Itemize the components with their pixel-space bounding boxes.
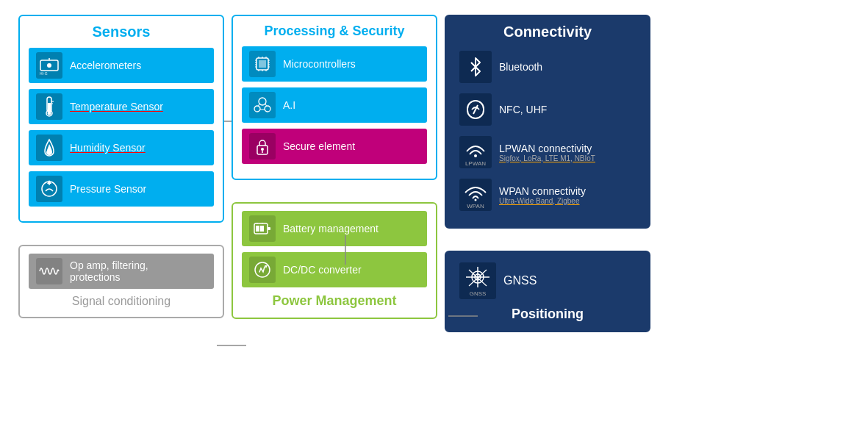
lpwan-sub: Sigfox, LoRa, LTE M1, NBIoT: [499, 154, 595, 162]
ai-item: A.I: [242, 87, 427, 123]
battery-item: Battery management: [242, 211, 427, 246]
signal-icon: [36, 258, 62, 284]
accelerometers-label: Accelerometers: [70, 60, 141, 71]
sensors-title: Sensors: [29, 24, 214, 40]
gnss-icon: GNSS: [459, 262, 496, 299]
svg-rect-44: [268, 227, 270, 230]
power-title: Power Management: [242, 293, 427, 309]
wpan-main: WPAN connectivity: [499, 185, 586, 197]
secure-element-label: Secure element: [283, 140, 355, 152]
svg-rect-46: [260, 226, 264, 232]
connectivity-box: Connectivity Bluetooth: [445, 15, 650, 229]
pressure-item: Pressure Sensor: [29, 171, 214, 207]
lpwan-item: LPWAN LPWAN connectivity Sigfox, LoRa, L…: [455, 133, 640, 171]
accelerometer-icon: HI-G: [36, 52, 62, 79]
nfc-label: NFC, UHF: [499, 104, 547, 115]
left-column: Sensors HI-G Accelerometers: [18, 15, 217, 415]
humidity-icon: [36, 135, 62, 161]
battery-label: Battery management: [283, 223, 379, 234]
svg-point-53: [474, 154, 477, 157]
svg-line-52: [473, 105, 478, 114]
right-column: Connectivity Bluetooth: [445, 15, 650, 415]
dcdc-item: DC/DC converter: [242, 252, 427, 287]
pressure-icon: [36, 176, 62, 202]
middle-column: Processing & Security: [232, 15, 430, 415]
svg-point-41: [261, 148, 264, 151]
bluetooth-item: Bluetooth: [455, 48, 640, 86]
lpwan-label-text: LPWAN: [465, 160, 486, 167]
nfc-text: NFC, UHF: [499, 104, 547, 115]
secure-icon: [249, 133, 276, 160]
processing-title: Processing & Security: [242, 24, 427, 39]
svg-point-36: [265, 106, 270, 112]
accelerometers-item: HI-G Accelerometers: [29, 48, 214, 83]
ai-label: A.I: [283, 99, 295, 111]
diagram-container: Sensors HI-G Accelerometers: [0, 0, 868, 430]
temperature-item: Temperature Sensor: [29, 89, 214, 124]
connectivity-title: Connectivity: [455, 24, 640, 40]
svg-point-12: [48, 112, 51, 115]
humidity-item: Humidity Sensor: [29, 130, 214, 165]
wpan-text: WPAN connectivity Ultra-Wide Band, Zigbe…: [499, 185, 586, 205]
lpwan-icon: LPWAN: [459, 136, 492, 168]
signal-item: Op amp, filtering,protections: [29, 254, 214, 289]
svg-point-54: [475, 198, 477, 201]
dcdc-icon: [249, 257, 276, 283]
nfc-icon: [459, 93, 492, 126]
microcontrollers-item: Microcontrollers: [242, 46, 427, 82]
bluetooth-label: Bluetooth: [499, 61, 542, 73]
microcontrollers-label: Microcontrollers: [283, 58, 356, 70]
battery-icon: [249, 215, 276, 242]
wpan-label-text: WPAN: [467, 203, 484, 209]
svg-point-34: [259, 98, 266, 105]
gnss-label: GNSS: [503, 274, 537, 287]
wpan-icon: WPAN: [459, 179, 492, 211]
svg-point-35: [254, 106, 260, 112]
wpan-item: WPAN WPAN connectivity Ultra-Wide Band, …: [455, 176, 640, 214]
gnss-item: GNSS GNSS: [455, 259, 640, 302]
svg-rect-19: [259, 60, 266, 68]
svg-point-7: [47, 63, 51, 68]
wpan-sub: Ultra-Wide Band, Zigbee: [499, 197, 586, 205]
lpwan-main: LPWAN connectivity: [499, 143, 595, 154]
pressure-label: Pressure Sensor: [70, 183, 146, 195]
temperature-icon: [36, 93, 62, 120]
power-box: Battery management DC/DC converter Power…: [232, 202, 437, 319]
sensors-box: Sensors HI-G Accelerometers: [18, 15, 224, 223]
humidity-label: Humidity Sensor: [70, 142, 146, 154]
positioning-box: GNSS GNSS Positioning: [445, 251, 650, 332]
svg-rect-45: [256, 226, 259, 232]
lpwan-text: LPWAN connectivity Sigfox, LoRa, LTE M1,…: [499, 143, 595, 162]
svg-text:HI-G: HI-G: [40, 71, 48, 76]
gnss-label-text: GNSS: [470, 290, 487, 297]
bluetooth-text: Bluetooth: [499, 61, 542, 73]
temperature-label: Temperature Sensor: [70, 101, 163, 112]
signal-box: Op amp, filtering,protections Signal con…: [18, 245, 224, 318]
bluetooth-icon: [459, 51, 492, 83]
dcdc-label: DC/DC converter: [283, 264, 362, 276]
ai-icon: [249, 92, 276, 118]
secure-element-item: Secure element: [242, 129, 427, 164]
processing-box: Processing & Security: [232, 15, 437, 180]
signal-label: Op amp, filtering,protections: [70, 259, 148, 283]
signal-title: Signal conditioning: [29, 295, 214, 308]
microcontroller-icon: [249, 51, 276, 77]
nfc-item: NFC, UHF: [455, 90, 640, 129]
positioning-title: Positioning: [455, 307, 640, 322]
